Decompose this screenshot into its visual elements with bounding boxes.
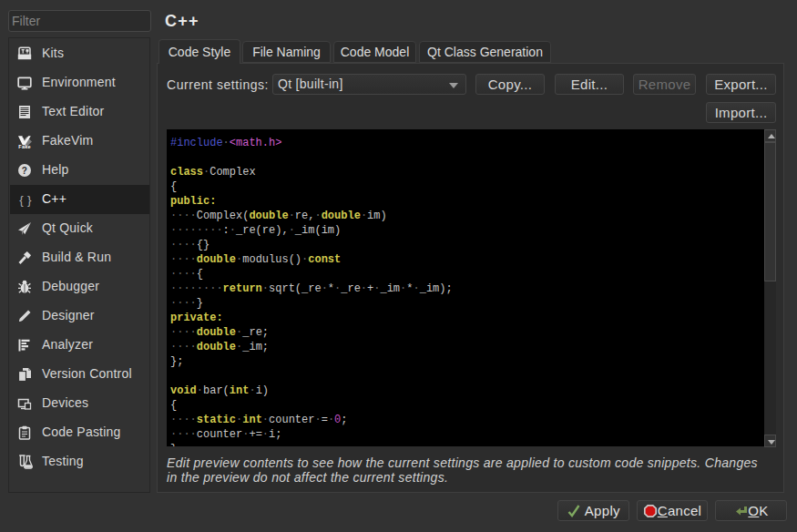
svg-text:{ }: { }: [19, 193, 32, 207]
svg-text:?: ?: [22, 166, 27, 176]
svg-text:Fake: Fake: [18, 144, 30, 148]
